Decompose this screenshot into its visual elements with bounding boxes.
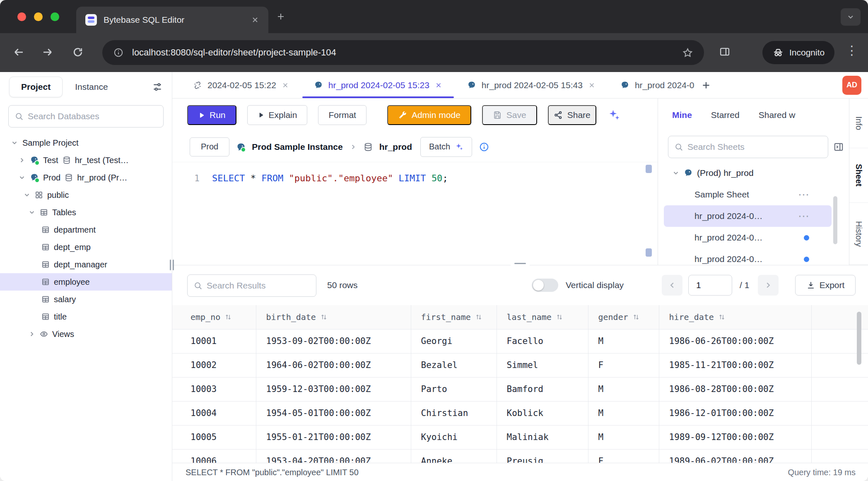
tree-item-table-dept-manager[interactable]: dept_manager (0, 256, 172, 273)
sheet-item[interactable]: Sample Sheet ⋯ (658, 184, 849, 205)
save-button[interactable]: Save (482, 105, 537, 125)
ai-sparkles-icon[interactable] (608, 109, 620, 121)
share-button[interactable]: Share (548, 105, 596, 125)
database-name[interactable]: hr_prod (379, 142, 412, 152)
tree-item-table-title[interactable]: title (0, 308, 172, 325)
info-icon[interactable] (479, 142, 489, 152)
new-sheet-button[interactable] (701, 80, 711, 91)
sheet-item[interactable]: hr_prod 2024-0… (658, 227, 849, 248)
sort-icon[interactable] (632, 313, 640, 321)
address-bar[interactable]: localhost:8080/sql-editor/sheet/project-… (102, 40, 704, 65)
results-scrollbar[interactable] (857, 312, 861, 365)
format-button[interactable]: Format (318, 105, 366, 125)
prev-page-button[interactable] (662, 275, 682, 296)
browser-menu-icon[interactable]: ⋮ (846, 43, 858, 58)
maximize-window-button[interactable] (51, 12, 59, 21)
new-tab-button[interactable] (276, 12, 286, 22)
instance-name[interactable]: Prod Sample Instance (252, 142, 342, 152)
forward-button[interactable] (41, 46, 54, 58)
chevron-right-icon[interactable] (18, 156, 26, 164)
tree-item-env-prod[interactable]: Prod hr_prod (Pr… (0, 169, 172, 186)
sheet-item-selected[interactable]: hr_prod 2024-0… ⋯ (664, 205, 832, 227)
editor-scrollbar-mark[interactable] (646, 248, 652, 257)
sheet-search-input[interactable] (687, 142, 822, 152)
minimize-window-button[interactable] (34, 12, 43, 21)
tab-starred[interactable]: Starred (711, 110, 740, 120)
sheet-group[interactable]: (Prod) hr_prod (658, 162, 849, 184)
tab-sheet[interactable]: Sheet (849, 148, 868, 203)
column-header[interactable]: emp_no (172, 305, 256, 329)
filter-settings-icon[interactable] (152, 82, 163, 92)
run-button[interactable]: Run (187, 105, 236, 125)
tab-mine[interactable]: Mine (672, 110, 692, 120)
database-search-input[interactable] (28, 111, 157, 121)
chevron-down-icon[interactable] (11, 139, 18, 147)
side-panel-icon[interactable] (719, 46, 731, 58)
collapse-panel-icon[interactable] (833, 142, 844, 152)
browser-tab[interactable]: Bytebase SQL Editor (76, 7, 268, 33)
tree-item-project[interactable]: Sample Project (0, 134, 172, 152)
tree-item-tables[interactable]: Tables (0, 204, 172, 221)
sql-editor[interactable]: 1 SELECT * FROM "public"."employee" LIMI… (172, 162, 658, 265)
admin-mode-button[interactable]: Admin mode (387, 105, 471, 125)
chevron-down-icon[interactable] (18, 174, 26, 181)
explain-button[interactable]: Explain (247, 105, 308, 125)
editor-scrollbar-mark[interactable] (646, 165, 652, 173)
results-search[interactable] (187, 274, 316, 297)
export-button[interactable]: Export (795, 275, 856, 296)
site-info-icon[interactable] (113, 47, 124, 58)
tab-history[interactable]: History (849, 203, 868, 265)
sort-icon[interactable] (556, 313, 563, 321)
chevron-down-icon[interactable] (672, 169, 680, 177)
chevron-down-icon[interactable] (23, 191, 31, 199)
back-button[interactable] (12, 46, 25, 58)
more-menu-icon[interactable]: ⋯ (798, 211, 809, 222)
database-search[interactable] (8, 105, 164, 127)
batch-button[interactable]: Batch (420, 137, 472, 157)
column-header[interactable]: last_name (497, 305, 588, 329)
sheet-panel-scrollbar[interactable] (833, 196, 837, 244)
sheet-search[interactable] (668, 136, 828, 158)
tree-item-env-test[interactable]: Test hr_test (Test… (0, 152, 172, 169)
sheet-tab-4[interactable]: hr_prod 2024-0 (608, 72, 697, 98)
sort-icon[interactable] (718, 313, 726, 321)
chevron-right-icon[interactable] (28, 330, 36, 338)
tree-item-table-sal ary[interactable]: salary (0, 291, 172, 308)
close-window-button[interactable] (17, 12, 26, 21)
sort-icon[interactable] (224, 313, 232, 321)
more-menu-icon[interactable]: ⋯ (798, 189, 809, 200)
tree-item-table-department[interactable]: department (0, 221, 172, 238)
sheet-tab-2-active[interactable]: hr_prod 2024-02-05 15:23 (301, 72, 455, 98)
sheet-tab-1[interactable]: 2024-02-05 15:22 (181, 72, 301, 98)
user-avatar[interactable]: AD (842, 76, 861, 95)
close-sheet-icon[interactable] (588, 82, 596, 89)
bookmark-star-icon[interactable] (682, 47, 693, 58)
sort-icon[interactable] (475, 313, 482, 321)
chevron-down-icon[interactable] (28, 209, 36, 216)
close-sheet-icon[interactable] (282, 82, 289, 89)
sheet-item[interactable]: hr_prod 2024-0… (658, 248, 849, 265)
vertical-display-toggle[interactable] (532, 279, 558, 292)
environment-chip[interactable]: Prod (190, 137, 229, 156)
close-sheet-icon[interactable] (435, 82, 442, 89)
column-header[interactable]: birth_date (256, 305, 411, 329)
tree-item-table-dept-emp[interactable]: dept_emp (0, 238, 172, 256)
close-tab-icon[interactable] (251, 16, 259, 24)
sort-icon[interactable] (320, 313, 328, 321)
reload-button[interactable] (72, 46, 84, 58)
tab-search-button[interactable] (841, 8, 861, 26)
next-page-button[interactable] (758, 275, 779, 296)
tab-instance[interactable]: Instance (75, 82, 108, 92)
column-header[interactable]: first_name (411, 305, 497, 329)
results-search-input[interactable] (207, 281, 310, 291)
page-input[interactable] (688, 275, 732, 296)
tree-item-table-employee[interactable]: employee (0, 273, 172, 291)
column-header[interactable]: gender (588, 305, 659, 329)
sidebar-resize-handle[interactable] (167, 256, 176, 274)
tab-shared[interactable]: Shared w (759, 110, 796, 120)
tree-item-views[interactable]: Views (0, 325, 172, 343)
tab-info[interactable]: Info (849, 99, 868, 148)
tree-item-schema-public[interactable]: public (0, 186, 172, 204)
column-header[interactable]: hire_date (659, 305, 811, 329)
sheet-tab-3[interactable]: hr_prod 2024-02-05 15:43 (455, 72, 608, 98)
